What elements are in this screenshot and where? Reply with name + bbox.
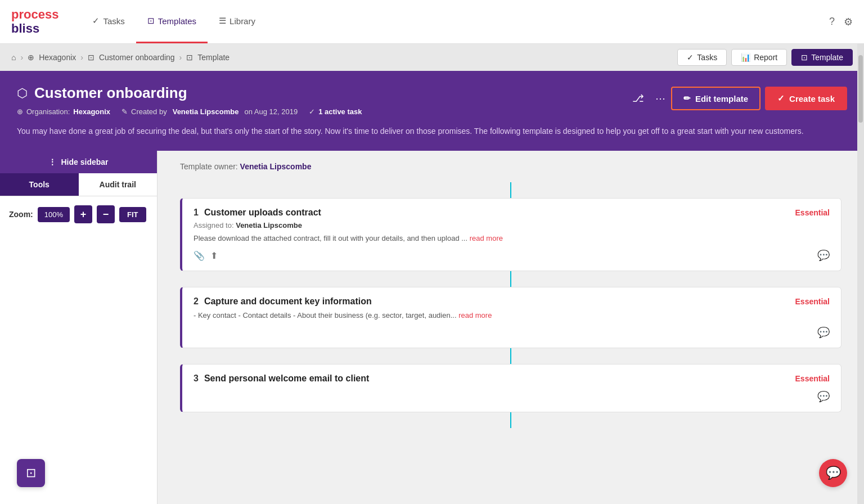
template-title-section: ⬡ Customer onboarding ⊕ Organisation: He… [17,84,362,116]
breadcrumb-home[interactable]: ⌂ [11,53,16,62]
sidebar-tabs: Tools Audit trail [0,173,157,196]
nav-templates[interactable]: Templates [136,0,208,43]
timeline-connector [510,182,511,198]
tab-tools[interactable]: Tools [0,173,79,196]
task-action-icons: 📎 ⬆ [194,250,218,261]
logo-bliss: bliss [11,22,58,35]
task-priority: Essential [795,297,830,306]
connector-4 [180,412,842,428]
task-title: Capture and document key information [204,296,372,307]
dots-icon: ⋮ [48,158,56,166]
task-footer: 📎 ⬆ 💬 [194,249,830,262]
breadcrumb-org[interactable]: Hexagonix [39,53,76,62]
logo[interactable]: process bliss [11,8,58,35]
zoom-label: Zoom: [9,210,33,219]
breadcrumb-org-icon: ⊕ [28,53,34,62]
comment-icon[interactable]: 💬 [817,249,830,262]
task-title-row: 2 Capture and document key information [194,296,372,307]
breadcrumb-process-icon: ⊡ [88,53,94,62]
zoom-float-button[interactable]: ⊡ [17,459,45,487]
task-card-header: 2 Capture and document key information E… [194,296,830,307]
task-card-header: 3 Send personal welcome email to client … [194,374,830,384]
breadcrumb: ⌂ › ⊕ Hexagonix › ⊡ Customer onboarding … [0,44,864,71]
task-title: Send personal welcome email to client [204,374,369,384]
assignee-name: Venetia Lipscombe [236,221,302,230]
breadcrumb-process[interactable]: Customer onboarding [99,53,175,62]
table-row: 3 Send personal welcome email to client … [180,364,842,412]
meta-created: ✎ Created by Venetia Lipscombe on Aug 12… [122,107,298,116]
read-more-link-2[interactable]: read more [458,311,492,320]
nav-library[interactable]: Library [208,0,267,43]
timeline-connector [510,412,511,428]
zoom-controls: Zoom: 100% + − FIT [0,196,157,232]
scrollbar[interactable] [857,44,864,504]
template-owner: Template owner: Venetia Lipscombe [180,162,842,171]
nav-templates-label: Templates [158,16,196,26]
template-description: You may have done a great job of securin… [17,125,847,137]
top-navigation: process bliss Tasks Templates Library ? … [0,0,864,44]
attachment-icon[interactable]: 📎 [194,250,205,261]
task-assigned: Assigned to: Venetia Lipscombe [194,221,830,230]
task-title-row: 1 Customer uploads contract [194,208,321,218]
breadcrumb-template-icon: ⊡ [186,53,193,62]
chat-float-button[interactable]: 💬 [819,459,847,487]
active-icon: ✓ [309,107,315,116]
timeline-connector [510,348,511,364]
settings-icon[interactable]: ⚙ [844,16,853,28]
template-header-top: ⬡ Customer onboarding ⊕ Organisation: He… [17,84,847,116]
nav-tasks-label: Tasks [103,16,124,26]
zoom-fit-button[interactable]: FIT [119,207,146,222]
zoom-in-button[interactable]: + [74,205,92,223]
template-meta: ⊕ Organisation: Hexagonix ✎ Created by V… [17,107,362,116]
zoom-out-button[interactable]: − [97,205,115,223]
breadcrumb-report-btn[interactable]: 📊 Report [731,49,787,66]
create-task-button[interactable]: ✓ Create task [765,87,847,110]
table-row: 2 Capture and document key information E… [180,287,842,348]
timeline-connector [510,271,511,287]
help-icon[interactable]: ? [829,16,835,28]
template-title-icon: ⬡ [17,86,28,101]
chat-icon: 💬 [826,466,841,480]
edit-icon: ✎ [122,107,128,116]
tab-audit-trail[interactable]: Audit trail [79,173,158,196]
share-button[interactable]: ⎇ [627,89,650,108]
scroll-thumb[interactable] [858,55,863,123]
nav-tasks[interactable]: Tasks [81,0,136,43]
task-footer: 💬 [194,326,830,339]
comment-icon[interactable]: 💬 [817,326,830,339]
content-area: Template owner: Venetia Lipscombe 1 Cust… [158,151,864,504]
template-icon-sm: ⊡ [801,53,808,62]
template-icon [147,16,155,26]
breadcrumb-tasks-btn[interactable]: ✓ Tasks [677,49,727,66]
hide-sidebar-button[interactable]: ⋮ Hide sidebar [0,151,157,173]
nav-library-label: Library [230,16,255,26]
check-icon-sm: ✓ [687,53,694,62]
expand-icon: ⊡ [26,466,36,480]
breadcrumb-template-btn[interactable]: ⊡ Template [791,49,853,66]
more-options-button[interactable]: ⋯ [650,89,671,108]
connector-3 [180,348,842,364]
connector-2 [180,271,842,287]
upload-icon[interactable]: ⬆ [210,250,218,261]
owner-name: Venetia Lipscombe [240,162,312,171]
task-number: 1 [194,208,199,218]
check-create-icon: ✓ [777,93,785,104]
read-more-link-1[interactable]: read more [470,234,503,242]
task-title-row: 3 Send personal welcome email to client [194,374,369,384]
task-title: Customer uploads contract [204,208,321,218]
logo-process: process [11,8,58,21]
breadcrumb-actions: ✓ Tasks 📊 Report ⊡ Template [677,49,853,66]
main-content: ⋮ Hide sidebar Tools Audit trail Zoom: 1… [0,151,864,504]
check-icon [92,16,100,26]
nav-right: ? ⚙ [829,16,853,28]
template-title: Customer onboarding [34,84,187,102]
library-icon [219,16,226,26]
main-nav: Tasks Templates Library [81,0,267,43]
header-actions: ⎇ ⋯ ✏ Edit template ✓ Create task [627,87,847,110]
task-number: 2 [194,296,199,307]
comment-icon[interactable]: 💬 [817,390,830,403]
meta-active: ✓ 1 active task [309,107,362,116]
task-description: - Key contact - Contact details - About … [194,311,830,320]
edit-template-button[interactable]: ✏ Edit template [671,87,760,110]
globe-icon: ⊕ [17,107,23,116]
